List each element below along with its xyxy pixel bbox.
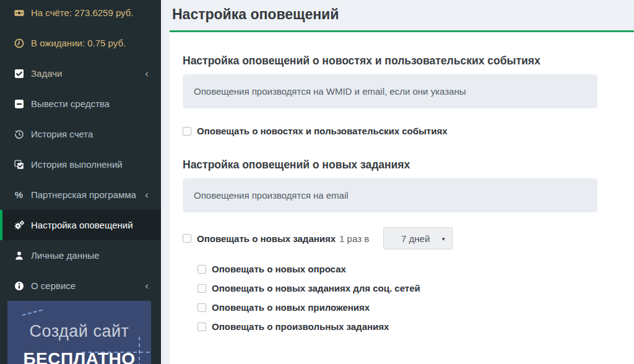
- sidebar-item-partner-program[interactable]: % Партнерская программа ‹: [0, 180, 161, 210]
- user-icon: [14, 250, 24, 261]
- task-sub-options: Оповещать о новых опросах Оповещать о но…: [198, 264, 597, 332]
- tasks-notify-row[interactable]: Оповещать о новых заданиях 1 раз в 7 дне…: [183, 227, 597, 249]
- chevron-left-icon: ‹: [145, 189, 149, 200]
- news-section-heading: Настройка оповещений о новостях и пользо…: [183, 54, 597, 67]
- surveys-label: Оповещать о новых опросах: [212, 264, 346, 274]
- settings-card: Настройка оповещений о новостях и пользо…: [170, 30, 634, 364]
- sidebar-item-label: Партнерская программа: [31, 189, 136, 200]
- check-square-icon: [14, 68, 24, 79]
- dropdown-arrow-icon: ▼: [441, 236, 446, 242]
- tasks-notify-label: Оповещать о новых заданиях: [197, 233, 336, 244]
- gears-icon: [14, 220, 24, 230]
- news-info-note: Оповещения производятся на WMID и email,…: [183, 74, 597, 108]
- tasks-info-note: Оповещения производятся на email: [183, 178, 597, 212]
- social-tasks-label: Оповещать о новых заданиях для соц. сете…: [212, 283, 420, 293]
- banner-line1: Создай сайт: [7, 322, 151, 341]
- sidebar-item-label: Личные данные: [31, 250, 99, 261]
- news-notify-label: Оповещать о новостях и пользовательских …: [197, 126, 448, 136]
- sidebar-item-label: Задачи: [31, 68, 62, 79]
- custom-tasks-checkbox-row[interactable]: Оповещать о произвольных заданиях: [198, 321, 597, 332]
- chevron-left-icon: ‹: [145, 280, 149, 291]
- sidebar-pending: В ожидании: 0.75 руб.: [0, 28, 161, 58]
- create-site-ad-banner[interactable]: Создай сайт БЕСПЛАТНО: [7, 301, 151, 364]
- custom-tasks-label: Оповещать о произвольных заданиях: [212, 321, 389, 332]
- sidebar-item-notification-settings[interactable]: Настройка оповещений: [0, 210, 161, 240]
- sidebar-item-personal-data[interactable]: Личные данные: [0, 240, 161, 271]
- percent-icon: %: [14, 189, 24, 200]
- sidebar-nav: На счёте: 273.6259 руб. В ожидании: 0.75…: [0, 0, 161, 301]
- sidebar-balance-label: На счёте: 273.6259 руб.: [31, 7, 134, 18]
- clock-icon: [14, 38, 24, 48]
- news-notify-checkbox[interactable]: [183, 127, 191, 136]
- checked-copy-icon: [14, 159, 24, 170]
- sidebar-item-label: Вывести средства: [31, 98, 110, 109]
- sidebar-item-about-service[interactable]: О сервисе ‹: [0, 271, 161, 301]
- sidebar-pending-label: В ожидании: 0.75 руб.: [31, 38, 126, 48]
- sidebar-item-label: История счета: [31, 129, 93, 139]
- page-title: Настройка оповещений: [172, 6, 634, 23]
- sidebar-item-label: Настройка оповещений: [31, 220, 133, 230]
- main-content: Настройка оповещений Настройка оповещени…: [161, 0, 634, 364]
- info-icon: [14, 280, 24, 291]
- minus-square-icon: [14, 98, 24, 109]
- sidebar-item-label: О сервисе: [31, 280, 76, 291]
- surveys-checkbox[interactable]: [198, 265, 206, 274]
- apps-label: Оповещать о новых приложениях: [212, 302, 370, 313]
- sidebar-item-withdraw[interactable]: Вывести средства: [0, 89, 161, 119]
- sidebar-item-label: История выполнений: [31, 159, 123, 170]
- banner-dash-decoration: [20, 303, 43, 316]
- apps-checkbox[interactable]: [198, 303, 206, 312]
- tasks-section-heading: Настройка оповещений о новых заданиях: [183, 158, 597, 171]
- news-notify-checkbox-row[interactable]: Оповещать о новостях и пользовательских …: [183, 126, 597, 136]
- sidebar-balance: На счёте: 273.6259 руб.: [0, 0, 161, 28]
- history-icon: [14, 129, 24, 139]
- frequency-prefix: 1 раз в: [339, 233, 369, 244]
- sidebar-item-tasks[interactable]: Задачи ‹: [0, 58, 161, 89]
- apps-checkbox-row[interactable]: Оповещать о новых приложениях: [198, 302, 597, 313]
- money-icon: [14, 7, 24, 18]
- surveys-checkbox-row[interactable]: Оповещать о новых опросах: [198, 264, 597, 274]
- page-header: Настройка оповещений: [161, 0, 634, 30]
- social-tasks-checkbox-row[interactable]: Оповещать о новых заданиях для соц. сете…: [198, 283, 597, 293]
- social-tasks-checkbox[interactable]: [198, 284, 206, 293]
- app-window: На счёте: 273.6259 руб. В ожидании: 0.75…: [0, 0, 634, 364]
- custom-tasks-checkbox[interactable]: [198, 323, 206, 331]
- frequency-selected-value: 7 дней: [401, 233, 430, 244]
- sidebar: На счёте: 273.6259 руб. В ожидании: 0.75…: [0, 0, 161, 364]
- banner-line2: БЕСПЛАТНО: [7, 349, 151, 364]
- tasks-notify-checkbox[interactable]: [183, 234, 191, 243]
- sidebar-item-completion-history[interactable]: История выполнений: [0, 149, 161, 180]
- frequency-select[interactable]: 7 дней ▼: [383, 227, 453, 249]
- chevron-left-icon: ‹: [145, 68, 149, 79]
- sidebar-item-account-history[interactable]: История счета: [0, 119, 161, 149]
